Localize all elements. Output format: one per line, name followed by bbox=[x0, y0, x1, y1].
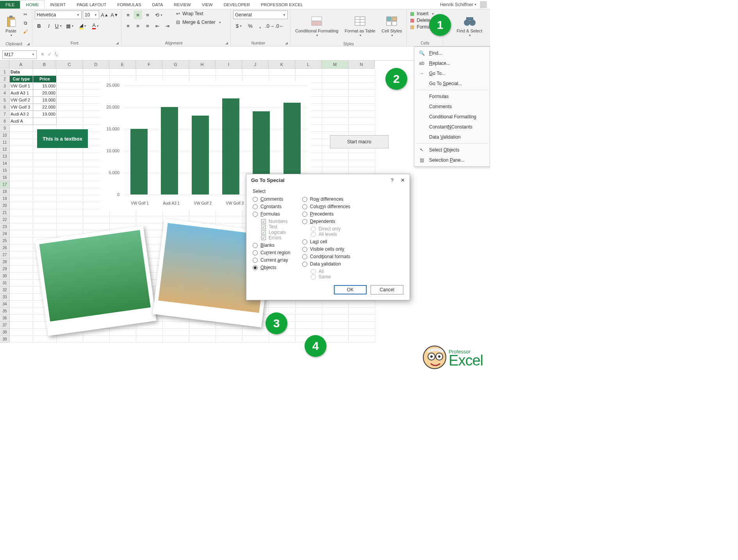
radio-data-validation[interactable]: Data validation bbox=[302, 261, 350, 267]
cell[interactable] bbox=[349, 76, 375, 83]
wrap-text-button[interactable]: ↩Wrap Text bbox=[175, 11, 225, 17]
cell[interactable] bbox=[136, 69, 163, 76]
cell[interactable] bbox=[10, 174, 33, 181]
menu-item-select-objects[interactable]: ↖Select Objects bbox=[414, 145, 490, 155]
cell[interactable] bbox=[10, 322, 33, 329]
column-header[interactable]: L bbox=[295, 61, 322, 68]
cell[interactable] bbox=[296, 315, 322, 322]
enter-formula-icon[interactable]: ✓ bbox=[48, 52, 52, 57]
cell[interactable] bbox=[189, 209, 216, 216]
radio-formulas[interactable]: Formulas bbox=[253, 211, 291, 217]
row-header[interactable]: 2 bbox=[0, 76, 9, 83]
tab-review[interactable]: REVIEW bbox=[168, 1, 196, 9]
cell[interactable] bbox=[349, 125, 375, 132]
cell[interactable]: VW Golf 2 bbox=[10, 97, 33, 104]
cell[interactable] bbox=[10, 146, 33, 153]
cell[interactable] bbox=[242, 336, 269, 343]
menu-item-comments[interactable]: Comments bbox=[414, 102, 490, 112]
cell[interactable] bbox=[57, 223, 83, 230]
cell[interactable] bbox=[10, 125, 33, 132]
font-size-combo[interactable]: 10▼ bbox=[83, 11, 99, 19]
photo-1[interactable] bbox=[35, 226, 157, 336]
radio-dependents[interactable]: Dependents bbox=[302, 219, 350, 224]
column-header[interactable]: J bbox=[242, 61, 269, 68]
accounting-format-button[interactable]: $▼ bbox=[233, 21, 245, 30]
column-header[interactable]: C bbox=[56, 61, 83, 68]
align-top-button[interactable]: ≡ bbox=[124, 11, 132, 19]
row-header[interactable]: 36 bbox=[0, 315, 9, 322]
copy-button[interactable]: ⧉ bbox=[21, 19, 30, 27]
column-header[interactable]: B bbox=[33, 61, 56, 68]
row-header[interactable]: 16 bbox=[0, 174, 9, 181]
cell[interactable] bbox=[83, 69, 110, 76]
row-header[interactable]: 7 bbox=[0, 111, 9, 118]
start-macro-button[interactable]: Start macro bbox=[330, 135, 389, 148]
fill-color-button[interactable]: ◢▼ bbox=[77, 21, 89, 30]
dialog-launcher[interactable]: ◢ bbox=[116, 41, 119, 45]
cell[interactable] bbox=[163, 322, 189, 329]
decrease-indent-button[interactable]: ⇤ bbox=[153, 21, 162, 30]
menu-item-conditional-formatting[interactable]: Conditional Formatting bbox=[414, 112, 490, 122]
cell[interactable] bbox=[322, 315, 349, 322]
tab-home[interactable]: HOME bbox=[20, 0, 45, 9]
name-box[interactable]: M17▼ bbox=[2, 50, 37, 59]
row-header[interactable]: 23 bbox=[0, 223, 9, 230]
menu-item-formulas[interactable]: Formulas bbox=[414, 91, 490, 102]
cell[interactable] bbox=[10, 287, 33, 294]
cell[interactable] bbox=[189, 69, 216, 76]
close-button[interactable]: ✕ bbox=[401, 177, 405, 183]
cell[interactable] bbox=[349, 69, 375, 76]
tab-page-layout[interactable]: PAGE LAYOUT bbox=[71, 1, 112, 9]
radio-comments[interactable]: Comments bbox=[253, 196, 291, 202]
cell[interactable] bbox=[83, 209, 110, 216]
number-format-combo[interactable]: General▼ bbox=[233, 11, 288, 19]
cell[interactable]: 22.000 bbox=[33, 104, 57, 111]
cell[interactable] bbox=[296, 69, 322, 76]
row-header[interactable]: 27 bbox=[0, 251, 9, 259]
row-header[interactable]: 17 bbox=[0, 181, 9, 188]
cell[interactable]: Data bbox=[10, 69, 33, 76]
select-all-corner[interactable] bbox=[0, 61, 9, 68]
cell[interactable] bbox=[189, 329, 216, 336]
radio-objects[interactable]: Objects bbox=[253, 265, 291, 270]
cell[interactable] bbox=[10, 336, 33, 343]
cell[interactable] bbox=[216, 216, 242, 223]
find-select-button[interactable]: Find & Select▼ bbox=[455, 11, 485, 41]
row-header[interactable]: 34 bbox=[0, 301, 9, 308]
cell[interactable]: 15.000 bbox=[33, 83, 57, 90]
cell[interactable] bbox=[57, 90, 83, 97]
cell[interactable] bbox=[33, 188, 57, 195]
row-header[interactable]: 3 bbox=[0, 83, 9, 90]
tab-view[interactable]: VIEW bbox=[196, 1, 218, 9]
cell[interactable] bbox=[322, 329, 349, 336]
row-header[interactable]: 31 bbox=[0, 280, 9, 287]
cell[interactable] bbox=[10, 216, 33, 223]
tab-insert[interactable]: INSERT bbox=[45, 1, 71, 9]
column-header[interactable]: N bbox=[348, 61, 375, 68]
help-button[interactable]: ? bbox=[391, 177, 394, 183]
dialog-launcher[interactable]: ◢ bbox=[27, 42, 30, 46]
cell[interactable] bbox=[57, 104, 83, 111]
cell[interactable] bbox=[10, 230, 33, 237]
cell[interactable] bbox=[349, 308, 375, 315]
format-painter-button[interactable]: 🖌 bbox=[21, 28, 30, 36]
row-header[interactable]: 5 bbox=[0, 97, 9, 104]
row-header[interactable]: 24 bbox=[0, 230, 9, 237]
cell[interactable] bbox=[322, 104, 349, 111]
row-header[interactable]: 38 bbox=[0, 329, 9, 336]
cell[interactable] bbox=[10, 301, 33, 308]
cell[interactable] bbox=[322, 97, 349, 104]
cell[interactable] bbox=[322, 301, 349, 308]
cell[interactable] bbox=[10, 273, 33, 280]
radio-current-array[interactable]: Current array bbox=[253, 257, 291, 263]
cell[interactable] bbox=[10, 195, 33, 202]
cell[interactable] bbox=[10, 280, 33, 287]
cancel-button[interactable]: Cancel bbox=[371, 285, 403, 294]
border-button[interactable]: ▦▼ bbox=[64, 21, 76, 30]
cell[interactable] bbox=[33, 160, 57, 167]
cell[interactable] bbox=[57, 153, 83, 160]
menu-item-go-to[interactable]: →Go To... bbox=[414, 68, 490, 78]
cell[interactable] bbox=[322, 90, 349, 97]
increase-indent-button[interactable]: ⇥ bbox=[163, 21, 171, 30]
cell[interactable] bbox=[110, 216, 136, 223]
